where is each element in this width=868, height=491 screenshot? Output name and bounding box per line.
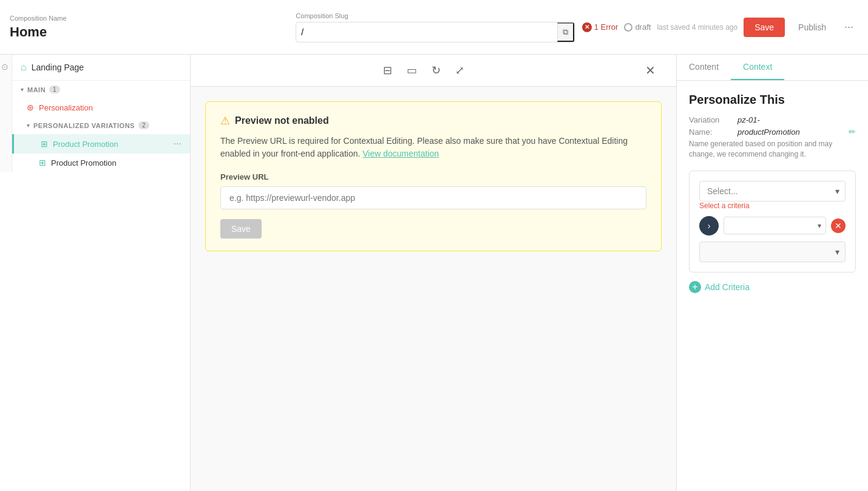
draft-label: draft <box>635 22 651 32</box>
variation-label-1: Product Promotion <box>53 140 118 149</box>
personalized-variations-badge: 2 <box>138 121 149 129</box>
variations-collapse-icon[interactable]: ▾ <box>27 122 30 129</box>
variation-label-2: Product Promotion <box>51 158 117 168</box>
variation-item-1[interactable]: ⊞ Product Promotion ··· <box>12 134 190 154</box>
preview-url-input[interactable] <box>220 186 646 209</box>
close-button[interactable]: ✕ <box>640 61 660 80</box>
main-layout: ⊙ ⌂ Landing Page ▾ MAIN 1 ⊛ Personalizat… <box>0 55 868 491</box>
name-meta-row: Name: productPromotion ✏ <box>689 127 856 137</box>
criteria-delete-button[interactable]: ✕ <box>831 218 846 233</box>
toolbar-center: ⊟ ▭ ↻ ⤢ <box>206 61 640 80</box>
composition-name-section: Composition Name <box>10 15 288 40</box>
add-criteria-button[interactable]: + Add Criteria <box>689 281 750 293</box>
tab-content[interactable]: Content <box>677 55 731 80</box>
criteria-value-wrapper <box>699 242 846 262</box>
last-saved-text: last saved 4 minutes ago <box>657 23 737 32</box>
criteria-operator-select[interactable] <box>724 217 826 234</box>
variation-value: pz-01- <box>737 115 760 124</box>
criteria-value-select[interactable] <box>699 242 846 262</box>
expand-icon[interactable]: ⤢ <box>453 61 467 80</box>
criteria-row: › ✕ <box>699 216 846 235</box>
slug-input[interactable] <box>296 24 557 41</box>
side-strip-icon: ⊙ <box>1 62 11 72</box>
personalization-label: Personalization <box>39 103 93 112</box>
name-key: Name: <box>689 127 733 137</box>
right-panel: Content Context Personalize This Variati… <box>676 55 868 491</box>
select-criteria-error: Select a criteria <box>699 201 846 210</box>
warning-header: ⚠ Preview not enabled <box>220 114 646 127</box>
criteria-select-dropdown[interactable]: Select... <box>699 181 846 201</box>
sidebar-item-personalization[interactable]: ⊛ Personalization <box>12 98 190 117</box>
add-criteria-label: Add Criteria <box>705 282 750 292</box>
warning-body: The Preview URL is required for Contextu… <box>220 135 646 160</box>
variation-more-button-1[interactable]: ··· <box>174 138 181 149</box>
toolbar-wrap: ⊟ ▭ ↻ ⤢ ✕ <box>197 61 670 80</box>
right-content: Personalize This Variation pz-01- Name: … <box>677 81 868 305</box>
preview-url-label: Preview URL <box>220 172 646 181</box>
criteria-operator-wrapper <box>724 217 826 234</box>
personalization-icon: ⊛ <box>27 103 34 112</box>
right-tabs: Content Context <box>677 55 868 81</box>
sidebar-header: ⌂ Landing Page <box>12 55 190 81</box>
draft-circle-icon <box>624 23 632 32</box>
tablet-icon[interactable]: ▭ <box>404 61 419 80</box>
composition-slug-section: Composition Slug ⧉ <box>296 12 574 42</box>
error-icon: ✕ <box>582 22 592 32</box>
center-toolbar: ⊟ ▭ ↻ ⤢ ✕ <box>191 55 676 87</box>
variation-item-2[interactable]: ⊞ Product Promotion <box>12 154 190 172</box>
composition-name-input[interactable] <box>10 24 288 40</box>
warning-title: Preview not enabled <box>235 115 329 126</box>
draft-badge: draft <box>624 22 651 32</box>
side-strip: ⊙ <box>0 55 12 172</box>
top-bar: Composition Name Composition Slug ⧉ ✕ 1 … <box>0 0 868 55</box>
warning-icon: ⚠ <box>220 114 230 127</box>
collapse-icon[interactable]: ▾ <box>21 86 24 93</box>
error-count: 1 Error <box>594 22 619 32</box>
more-options-button[interactable]: ··· <box>839 18 858 36</box>
personalized-variations-label: PERSONALIZED VARIATIONS <box>33 122 135 129</box>
preview-save-button[interactable]: Save <box>220 219 262 239</box>
preview-warning-box: ⚠ Preview not enabled The Preview URL is… <box>205 101 662 251</box>
add-criteria-icon: + <box>689 281 701 293</box>
publish-button[interactable]: Publish <box>791 18 833 37</box>
composition-name-label: Composition Name <box>10 15 288 22</box>
name-edit-button[interactable]: ✏ <box>849 127 856 137</box>
top-bar-actions: ✕ 1 Error draft last saved 4 minutes ago… <box>582 18 858 37</box>
sidebar-content: ⌂ Landing Page ▾ MAIN 1 ⊛ Personalizatio… <box>12 55 190 172</box>
center-panel: ⊟ ▭ ↻ ⤢ ✕ ⚠ Preview not enabled The Prev… <box>191 55 676 491</box>
variation-icon-2: ⊞ <box>39 158 46 168</box>
view-documentation-link[interactable]: View documentation <box>362 149 439 158</box>
slug-copy-button[interactable]: ⧉ <box>557 22 574 42</box>
slug-input-wrap: ⧉ <box>296 22 574 42</box>
personalize-title: Personalize This <box>689 93 856 107</box>
desktop-icon[interactable]: ⊟ <box>381 61 395 80</box>
sidebar-title: Landing Page <box>32 63 84 72</box>
preview-area: ⚠ Preview not enabled The Preview URL is… <box>191 87 676 491</box>
name-value: productPromotion <box>737 127 800 137</box>
criteria-chevron-button[interactable]: › <box>699 216 719 235</box>
variation-key: Variation <box>689 115 733 124</box>
criteria-box: Select... Select a criteria › ✕ <box>689 171 856 273</box>
main-section-header: ▾ MAIN 1 <box>12 81 190 98</box>
composition-slug-label: Composition Slug <box>296 12 574 19</box>
sidebar-wrap: ⊙ ⌂ Landing Page ▾ MAIN 1 ⊛ Personalizat… <box>0 55 190 172</box>
tab-context[interactable]: Context <box>731 55 784 80</box>
personalized-variations-section-header: ▾ PERSONALIZED VARIATIONS 2 <box>12 117 190 134</box>
error-badge: ✕ 1 Error <box>582 22 619 32</box>
landing-page-icon: ⌂ <box>21 62 27 73</box>
save-button[interactable]: Save <box>744 18 785 37</box>
variation-icon-1: ⊞ <box>41 139 48 149</box>
meta-note: Name generated based on position and may… <box>689 139 856 160</box>
main-section-label: MAIN <box>27 86 46 93</box>
variation-meta-row: Variation pz-01- <box>689 115 856 124</box>
main-section-badge: 1 <box>49 86 60 93</box>
sidebar: ⊙ ⌂ Landing Page ▾ MAIN 1 ⊛ Personalizat… <box>0 55 191 491</box>
criteria-select-wrapper: Select... <box>699 181 846 201</box>
refresh-icon[interactable]: ↻ <box>429 61 443 80</box>
